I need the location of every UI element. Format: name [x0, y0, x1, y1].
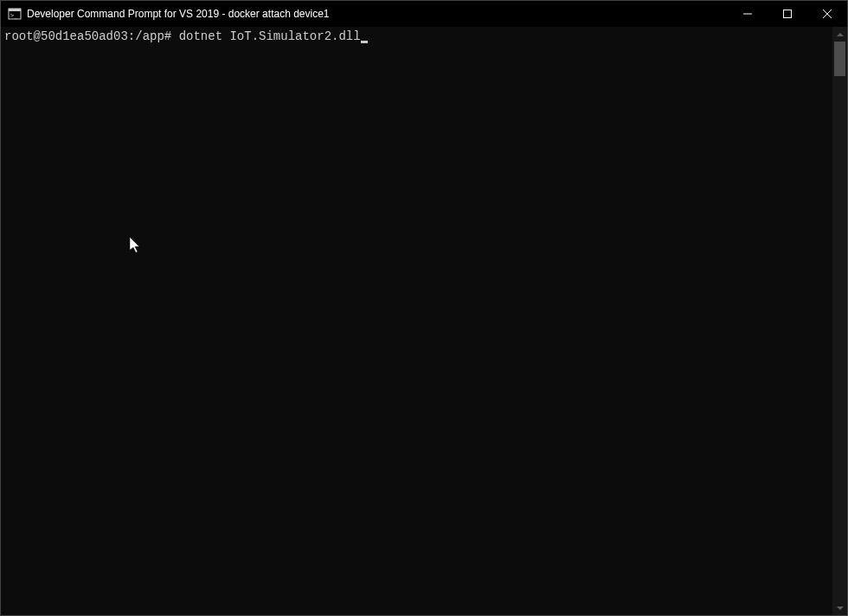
cursor-icon: [361, 41, 368, 43]
shell-prompt: root@50d1ea50ad03:/app#: [4, 29, 171, 43]
minimize-button[interactable]: [728, 1, 768, 27]
terminal-content[interactable]: root@50d1ea50ad03:/app# dotnet IoT.Simul…: [1, 27, 832, 615]
svg-rect-1: [9, 9, 21, 11]
svg-rect-4: [784, 10, 792, 18]
close-button[interactable]: [807, 1, 847, 27]
app-icon: >_: [8, 7, 22, 21]
terminal-body: root@50d1ea50ad03:/app# dotnet IoT.Simul…: [1, 27, 847, 615]
svg-text:>_: >_: [10, 12, 18, 19]
svg-marker-8: [837, 606, 844, 610]
scroll-up-arrow-icon[interactable]: [832, 27, 847, 42]
window-controls: [728, 1, 847, 27]
scrollbar-track[interactable]: [832, 42, 847, 600]
titlebar[interactable]: >_ Developer Command Prompt for VS 2019 …: [1, 1, 847, 27]
maximize-button[interactable]: [768, 1, 807, 27]
terminal-line: root@50d1ea50ad03:/app# dotnet IoT.Simul…: [4, 29, 829, 44]
vertical-scrollbar[interactable]: [832, 27, 847, 615]
svg-marker-7: [837, 33, 844, 36]
command-text: dotnet IoT.Simulator2.dll: [179, 29, 361, 43]
terminal-window: >_ Developer Command Prompt for VS 2019 …: [0, 0, 848, 616]
scrollbar-thumb[interactable]: [834, 42, 845, 76]
window-title: Developer Command Prompt for VS 2019 - d…: [27, 8, 728, 20]
scroll-down-arrow-icon[interactable]: [832, 600, 847, 615]
